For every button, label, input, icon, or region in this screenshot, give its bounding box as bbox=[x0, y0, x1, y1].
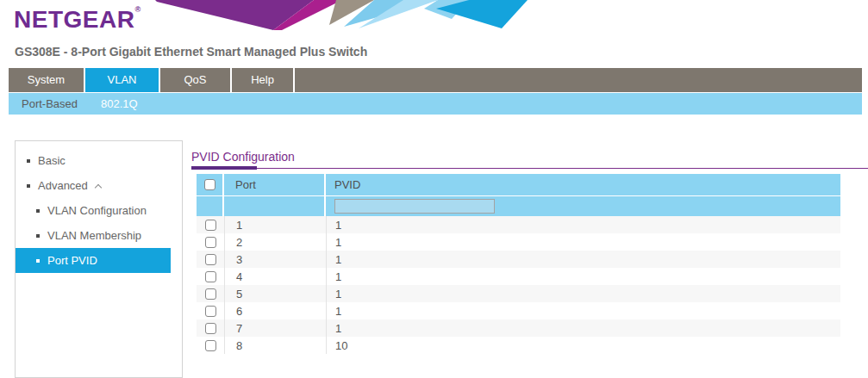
nav-tab-label: VLAN bbox=[108, 73, 137, 86]
row-checkbox[interactable] bbox=[205, 220, 216, 231]
bullet-icon bbox=[36, 234, 40, 238]
table-row: 3 1 bbox=[197, 251, 840, 268]
pvid-cell: 1 bbox=[326, 319, 840, 337]
bullet-icon bbox=[27, 184, 30, 188]
sidebar-item-advanced[interactable]: Advanced bbox=[16, 173, 171, 198]
table-filter-row bbox=[197, 196, 840, 216]
bullet-icon bbox=[36, 259, 40, 263]
table-header-row: Port PVID bbox=[197, 174, 840, 195]
nav-tab-qos[interactable]: QoS bbox=[160, 68, 232, 92]
section-header: PVID Configuration bbox=[191, 150, 868, 168]
chevron-up-icon bbox=[95, 183, 102, 190]
pvid-cell: 1 bbox=[326, 216, 840, 233]
netgear-logo: NETGEAR® bbox=[14, 5, 141, 34]
filter-port-cell bbox=[224, 196, 326, 216]
pvid-cell: 10 bbox=[326, 337, 840, 354]
port-cell: 2 bbox=[224, 233, 326, 251]
subnav-item-port-based[interactable]: Port-Based bbox=[22, 97, 78, 110]
pvid-cell: 1 bbox=[326, 268, 840, 285]
port-cell: 4 bbox=[224, 268, 326, 285]
row-checkbox[interactable] bbox=[205, 237, 216, 248]
table-row: 2 1 bbox=[197, 233, 840, 251]
sidebar-item-label: VLAN Configuration bbox=[47, 204, 147, 217]
device-title: GS308E - 8-Port Gigabit Ethernet Smart M… bbox=[15, 45, 367, 59]
sidebar-item-label: Advanced bbox=[38, 179, 88, 192]
row-checkbox[interactable] bbox=[205, 288, 216, 300]
table-row: 1 1 bbox=[197, 216, 840, 233]
sidebar-item-label: VLAN Membership bbox=[47, 229, 141, 242]
row-checkbox[interactable] bbox=[205, 271, 216, 282]
table-row: 7 1 bbox=[197, 319, 840, 337]
sidebar-item-vlan-membership[interactable]: VLAN Membership bbox=[16, 223, 171, 248]
nav-tab-system[interactable]: System bbox=[9, 68, 85, 92]
port-cell: 8 bbox=[224, 337, 326, 354]
sidebar-item-vlan-configuration[interactable]: VLAN Configuration bbox=[16, 198, 171, 223]
nav-tab-label: System bbox=[28, 73, 65, 86]
pvid-cell: 1 bbox=[326, 302, 840, 319]
select-all-checkbox[interactable] bbox=[204, 179, 215, 190]
row-checkbox[interactable] bbox=[205, 306, 216, 317]
sub-nav: Port-Based802.1Q bbox=[9, 93, 862, 115]
pvid-input[interactable] bbox=[334, 199, 495, 214]
table-body: 1 1 2 1 3 1 4 1 5 1 6 1 7 1 8 10 bbox=[197, 216, 840, 354]
header-banner-graphic bbox=[131, 0, 528, 31]
nav-tab-label: QoS bbox=[184, 73, 206, 86]
row-checkbox[interactable] bbox=[205, 340, 216, 351]
column-header-port: Port bbox=[224, 174, 326, 195]
select-all-cell bbox=[197, 174, 224, 195]
title-underline-thick bbox=[191, 166, 257, 170]
port-cell: 3 bbox=[224, 251, 326, 268]
row-checkbox[interactable] bbox=[205, 254, 216, 265]
table-row: 4 1 bbox=[197, 268, 840, 285]
filter-pvid-cell bbox=[326, 196, 840, 216]
sidebar-item-basic[interactable]: Basic bbox=[16, 148, 171, 173]
pvid-table: Port PVID 1 1 2 1 3 1 4 1 5 1 6 1 7 1 bbox=[197, 174, 840, 354]
port-cell: 6 bbox=[224, 302, 326, 319]
port-cell: 7 bbox=[224, 319, 326, 337]
sidebar-item-port-pvid[interactable]: Port PVID bbox=[16, 248, 171, 273]
nav-tab-vlan[interactable]: VLAN bbox=[85, 68, 160, 92]
sidebar-item-label: Basic bbox=[38, 154, 66, 167]
column-header-pvid: PVID bbox=[326, 174, 840, 195]
table-row: 6 1 bbox=[197, 302, 840, 319]
filter-check-cell bbox=[197, 196, 224, 216]
nav-tab-help[interactable]: Help bbox=[232, 68, 295, 92]
sidebar-item-label: Port PVID bbox=[47, 254, 97, 267]
title-underline-thin bbox=[191, 168, 868, 169]
port-cell: 1 bbox=[224, 216, 326, 233]
bullet-icon bbox=[27, 159, 30, 163]
row-checkbox[interactable] bbox=[205, 323, 216, 334]
nav-tab-label: Help bbox=[251, 73, 274, 86]
port-cell: 5 bbox=[224, 285, 326, 302]
pvid-cell: 1 bbox=[326, 285, 840, 302]
pvid-cell: 1 bbox=[326, 233, 840, 251]
main-nav: SystemVLANQoSHelp bbox=[9, 68, 862, 92]
table-row: 5 1 bbox=[197, 285, 840, 302]
section-title: PVID Configuration bbox=[191, 150, 868, 168]
pvid-cell: 1 bbox=[326, 251, 840, 268]
table-row: 8 10 bbox=[197, 337, 840, 354]
bullet-icon bbox=[36, 209, 40, 213]
subnav-item-802.1q[interactable]: 802.1Q bbox=[101, 97, 138, 110]
sidebar: Basic Advanced VLAN Configuration VLAN M… bbox=[15, 140, 183, 378]
